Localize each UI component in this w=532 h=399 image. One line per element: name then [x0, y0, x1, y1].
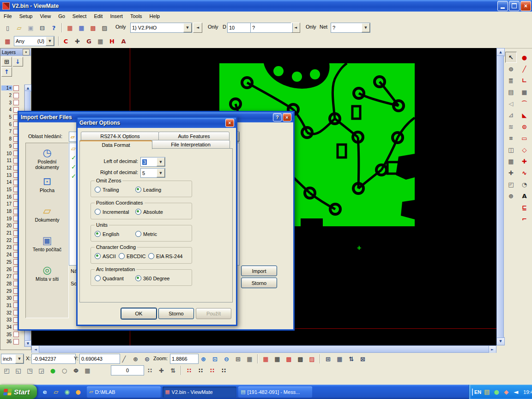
tab-file-interpretation[interactable]: File Interpretation [151, 140, 230, 149]
tray-red-icon[interactable]: ◆ [502, 388, 510, 396]
select-pointer-icon[interactable]: ↖ [505, 52, 517, 63]
ruler-tool-icon[interactable]: ⊑ [519, 202, 530, 213]
menu-item-file[interactable]: File [0, 12, 16, 21]
grid-settings-icon[interactable]: ▦ [82, 365, 93, 376]
place-item[interactable]: ⊡Plocha [26, 175, 68, 193]
unit-combo[interactable]: inch ▼ [1, 354, 24, 364]
ok-button[interactable]: OK [121, 308, 157, 319]
dot-grid-icon[interactable]: ∷ [144, 365, 156, 376]
title-bar[interactable]: V2.bin - ViewMate × [0, 0, 532, 12]
draw-filled-rect-icon[interactable]: ■ [519, 86, 530, 97]
snap-grid-icon[interactable]: ⌗ [505, 133, 517, 144]
folder-shortcut-icon[interactable]: ▱ [51, 387, 61, 397]
tab-auto-features[interactable]: Auto Features [158, 132, 230, 141]
language-indicator[interactable]: EN [474, 389, 481, 395]
mirror-icon[interactable]: ◁ [505, 98, 517, 109]
zoom-tool-icon[interactable]: ⊙ [141, 353, 153, 364]
highlight-dcode-icon[interactable]: ▦ [64, 22, 76, 33]
highlight-aperture-icon[interactable]: ▦ [76, 22, 87, 33]
layer-color-swatch[interactable] [13, 85, 19, 91]
active-layer-combo[interactable]: 1) V2.PHO ▼ [130, 23, 192, 33]
radio-quadrant[interactable]: Quadrant [95, 275, 124, 281]
close-icon[interactable]: × [23, 49, 30, 55]
import-button[interactable]: Import [241, 266, 277, 276]
radio-leading[interactable]: Leading [135, 187, 161, 193]
menu-item-setup[interactable]: Setup [16, 12, 36, 21]
chevron-down-icon[interactable]: ▼ [362, 23, 370, 32]
radio-english[interactable]: English [95, 231, 119, 237]
radio-metric[interactable]: Metric [135, 231, 157, 237]
taskbar-task[interactable]: ▤[191-482-091] - Mess... [238, 387, 312, 398]
chevron-down-icon[interactable]: ▼ [157, 157, 165, 166]
layers-panel-header[interactable]: Layers × [0, 48, 31, 56]
menu-item-insert[interactable]: Insert [106, 12, 127, 21]
dcode-filter-field[interactable]: ? [250, 23, 293, 33]
layer-color-swatch[interactable] [13, 339, 19, 345]
media-player-icon[interactable]: ◉ [62, 387, 72, 397]
flatten-icon[interactable]: ▤ [505, 86, 517, 97]
layer-table-icon[interactable]: ⊞ [322, 353, 334, 364]
layer-row[interactable]: 2 [0, 92, 24, 99]
print-icon[interactable]: ⊟ [36, 22, 48, 33]
only-net-label[interactable]: Only [306, 24, 316, 30]
place-item[interactable]: ▱Dokumenty [26, 205, 68, 223]
zoom-field[interactable]: 1.8866 [170, 354, 199, 364]
layer-color-swatch[interactable] [13, 93, 19, 98]
text-aperture-icon[interactable]: A [118, 36, 129, 47]
grid-value-field[interactable]: 0 [111, 365, 144, 375]
volume-icon[interactable]: ◄ [512, 388, 520, 396]
draw-polygon-icon[interactable]: ◇ [519, 144, 530, 155]
updown-icon[interactable]: ⇅ [167, 365, 179, 376]
layer-color-swatch[interactable] [13, 332, 19, 337]
draw-line-icon[interactable]: ╱ [519, 63, 530, 74]
pattern-a-icon[interactable]: ∷ [183, 365, 195, 376]
only-layer-label[interactable]: Only [115, 24, 126, 30]
layer-row[interactable]: 1+ [0, 85, 24, 92]
context-help-icon[interactable]: ? [48, 22, 60, 33]
radio-trailing[interactable]: Trailing [95, 187, 119, 193]
place-item[interactable]: ▣Tento počítač [26, 235, 68, 252]
add-vertex-icon[interactable]: ✚ [505, 167, 517, 178]
radio-absolute[interactable]: Absolute [135, 209, 163, 215]
place-item[interactable]: ◷Poslední dokumenty [26, 147, 68, 170]
close-button[interactable]: × [225, 119, 234, 127]
layer-row[interactable]: 36 [0, 338, 24, 345]
chevron-down-icon[interactable]: ▼ [15, 354, 24, 363]
probe-icon[interactable]: Φ [70, 365, 82, 376]
hcode-icon[interactable]: Η [106, 36, 118, 47]
previous-layer-button[interactable]: ◄ [193, 23, 202, 33]
scroll-down-button[interactable]: ▼ [496, 337, 505, 345]
scale-icon[interactable]: ≋ [505, 121, 517, 132]
menu-item-help[interactable]: Help [146, 12, 164, 21]
draw-pad-icon[interactable]: ● [519, 52, 530, 63]
chevron-down-icon[interactable]: ▼ [46, 36, 54, 46]
pattern-d-icon[interactable]: ∷ [218, 365, 230, 376]
step-repeat-icon[interactable]: ◫ [505, 144, 517, 155]
layer-row[interactable]: 35 [0, 331, 24, 338]
cancel-button[interactable]: Storno [158, 308, 194, 319]
aperture-list-icon[interactable]: ▦ [2, 36, 13, 47]
merge-layers-icon[interactable]: ⊠ [357, 353, 369, 364]
tray-keyboard-icon[interactable]: ▤ [483, 388, 491, 396]
draw-cutout-icon[interactable]: ◔ [519, 179, 530, 190]
draw-circle-icon[interactable]: ⊙ [519, 121, 530, 132]
dcode-value-field[interactable]: 10 [227, 23, 252, 33]
browser-icon[interactable]: ● [73, 387, 83, 397]
draw-crosshair-icon[interactable]: ✚ [519, 156, 530, 167]
cancel-button[interactable]: Storno [241, 278, 277, 288]
menu-item-go[interactable]: Go [54, 12, 69, 21]
layer-table-icon[interactable]: ⊞ [1, 57, 12, 66]
display-mode-5-icon[interactable]: ▨ [306, 353, 318, 364]
taskbar-task[interactable]: ▱D:\MLAB [87, 387, 161, 398]
dialog-title-bar[interactable]: Gerber Options × [78, 118, 236, 128]
right-of-decimal-combo[interactable]: 5 ▼ [140, 168, 165, 178]
swap-layers-icon[interactable]: ⇅ [345, 353, 357, 364]
radio-ascii[interactable]: ASCII [95, 253, 116, 259]
clip-icon[interactable]: ◰ [505, 179, 517, 190]
copy-layer-icon[interactable]: ◰ [1, 365, 12, 376]
radio-360-degree[interactable]: 360 Degree [135, 275, 170, 281]
minimize-button[interactable] [497, 1, 508, 11]
vertical-scrollbar[interactable]: ▲ ▼ [496, 48, 504, 345]
taskbar-task[interactable]: ▦V2.bin - ViewMate [163, 387, 236, 398]
array-icon[interactable]: ▦ [505, 156, 517, 167]
